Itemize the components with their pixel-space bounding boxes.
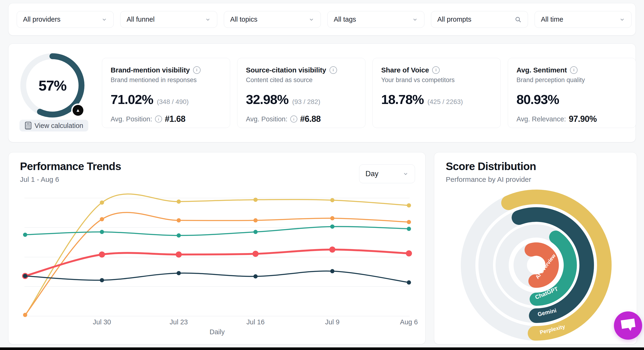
filter-label: All time [541, 16, 563, 23]
chat-widget-button[interactable] [614, 311, 642, 340]
info-icon[interactable]: i [432, 66, 440, 74]
metric-detail: (93 / 282) [292, 98, 320, 106]
panel-subtitle: Performance by AI provider [446, 176, 531, 184]
metric-description: Content cited as source [246, 76, 357, 84]
filter-label: All funnel [126, 16, 154, 23]
summary-panel: 57% ▲ View calculation Brand-mention vis… [8, 44, 636, 142]
panel-title: Performance Trends [20, 160, 121, 173]
x-tick: Jul 30 [83, 318, 121, 326]
metric-card-brand-mention: Brand-mention visibility i Brand mention… [102, 58, 230, 128]
metric-description: Your brand vs competitors [381, 76, 492, 84]
filter-label: All tags [334, 16, 356, 23]
view-calculation-button[interactable]: View calculation [20, 120, 88, 131]
filter-all-providers[interactable]: All providers [17, 11, 114, 28]
info-icon[interactable]: i [193, 66, 200, 74]
filter-label: All prompts [437, 16, 471, 23]
metric-title: Source-citation visibility [246, 66, 326, 74]
radial-bar-chart [459, 188, 614, 343]
filter-all-tags[interactable]: All tags [328, 11, 424, 28]
speech-bubble-icon [614, 311, 642, 340]
info-icon[interactable]: i [290, 115, 297, 122]
metric-title: Avg. Sentiment [516, 66, 567, 74]
metric-description: Brand perception quality [516, 76, 627, 84]
metric-value: 32.98% [246, 92, 288, 107]
interval-select[interactable]: Day [359, 164, 415, 183]
footer-value: #1.68 [165, 114, 186, 124]
filter-label: All topics [230, 16, 258, 23]
metric-card-avg-sentiment: Avg. Sentiment i Brand perception qualit… [508, 58, 636, 128]
metric-description: Brand mentioned in responses [110, 76, 222, 84]
chevron-down-icon [619, 17, 625, 23]
x-tick: Jul 9 [314, 318, 351, 326]
panel-title: Score Distribution [446, 160, 536, 173]
metric-value: 71.02% [110, 92, 153, 107]
metric-value: 18.78% [381, 92, 424, 107]
filter-all-prompts[interactable]: All prompts [431, 11, 528, 28]
metric-detail: (348 / 490) [157, 98, 188, 106]
metric-title: Share of Voice [381, 66, 429, 74]
footer-value: #6.88 [300, 114, 321, 124]
metric-card-share-of-voice: Share of Voice i Your brand vs competito… [372, 58, 501, 128]
interval-selected-value: Day [366, 169, 378, 178]
info-icon[interactable]: i [330, 66, 337, 74]
filter-label: All providers [23, 16, 60, 23]
info-icon[interactable]: i [155, 115, 162, 122]
chevron-down-icon [402, 171, 409, 177]
chevron-down-icon [412, 17, 418, 23]
view-calculation-label: View calculation [34, 122, 83, 130]
score-trend-badge: ▲ [72, 105, 84, 116]
metric-detail: (425 / 2263) [428, 98, 463, 106]
footer-label: Avg. Position: [110, 115, 152, 123]
arrow-up-triangle-icon: ▲ [76, 108, 80, 113]
footer-label: Avg. Relevance: [516, 115, 566, 123]
chevron-down-icon [308, 17, 314, 23]
x-tick: Jul 23 [160, 318, 198, 326]
score-distribution-panel: Score Distribution Performance by AI pro… [434, 152, 637, 344]
metric-title: Brand-mention visibility [110, 66, 190, 74]
calculator-icon [25, 122, 32, 130]
filter-all-time[interactable]: All time [534, 11, 632, 28]
footer-label: Avg. Position: [246, 115, 288, 123]
metric-card-source-citation: Source-citation visibility i Content cit… [237, 58, 366, 128]
chevron-down-icon [205, 17, 211, 23]
chevron-down-icon [101, 17, 107, 23]
x-tick: Aug 6 [390, 318, 428, 326]
x-axis-label: Daily [8, 328, 426, 336]
filter-all-funnel[interactable]: All funnel [120, 11, 217, 28]
line-chart [20, 184, 414, 320]
search-icon [514, 16, 522, 23]
filter-all-topics[interactable]: All topics [224, 11, 321, 28]
metric-value: 80.93% [516, 92, 559, 107]
filter-bar: All providers All funnel All topics All … [8, 3, 636, 36]
performance-trends-panel: Performance Trends Jul 1 - Aug 6 Day Jul… [8, 152, 426, 344]
bottom-edge-bar [0, 347, 644, 350]
panel-date-range: Jul 1 - Aug 6 [20, 176, 59, 184]
info-icon[interactable]: i [570, 66, 578, 74]
footer-value: 97.90% [569, 114, 597, 124]
x-tick: Jul 16 [237, 318, 274, 326]
